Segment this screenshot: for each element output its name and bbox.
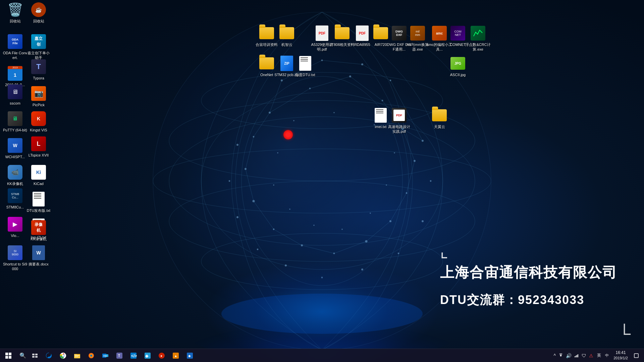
svg-rect-82 xyxy=(75,356,78,357)
desktop-icon-stm8cu[interactable]: STM8Cu... STM8Cu... xyxy=(2,188,29,210)
clock-time: 16:41 xyxy=(613,350,628,356)
sscom-icon: 🖥 xyxy=(7,84,23,100)
taskbar-clock[interactable]: 16:41 2019/1/2 xyxy=(611,350,630,361)
tray-network2[interactable] xyxy=(573,352,580,359)
shortcut-icon: SI9000 xyxy=(7,245,23,261)
ltspice-icon: L xyxy=(31,136,47,152)
taskbar-systray: ^ 🔊 🛡 ⚠ 英 中 16:41 2019/1/2 xyxy=(550,349,644,362)
svg-text:▲: ▲ xyxy=(174,354,177,358)
taskbar: 🔍 xyxy=(0,349,644,362)
desktop-icon-tianyun[interactable]: 天翼云 xyxy=(426,107,453,129)
kicad-icon: Ki xyxy=(31,164,47,180)
taskbar-teams[interactable]: T xyxy=(113,349,126,362)
taskbar-app-orange[interactable]: ▲ xyxy=(169,349,182,362)
desktop-icon-ascii-jpg[interactable]: JPG ASCII.jpg xyxy=(444,55,471,77)
svg-rect-105 xyxy=(634,354,638,358)
taskbar-search-button[interactable]: 🔍 xyxy=(17,349,29,362)
taskbar-vscode2[interactable]: ◈ xyxy=(141,349,154,362)
desktop-icon-putty[interactable]: 🖥 PuTTY (64-bit) xyxy=(2,111,29,133)
taskbar-app-blue[interactable]: ◆ xyxy=(183,349,197,362)
desktop-icons: 🗑️ 回收站 ODAFile ODA File Convert. 2019 1 … xyxy=(0,0,644,362)
dtu-txt-icon xyxy=(31,191,47,207)
svg-rect-77 xyxy=(35,356,38,358)
kingstvis-icon: K xyxy=(31,111,47,127)
desktop-icon-float-crc[interactable]: 浮点数&CRC计算.exe xyxy=(465,25,491,52)
svg-rect-75 xyxy=(35,354,38,355)
desktop-icon-easyeda[interactable]: 嘉立创 嘉立创下单小助手 xyxy=(25,34,52,61)
desktop-icon-kk2[interactable]: 录像机 KK录像机 xyxy=(25,220,52,242)
desktop-icon-baidu-dtu-txt[interactable]: 百度DTU.txt xyxy=(292,55,319,77)
taskbar-chrome[interactable] xyxy=(56,349,70,362)
svg-text:◆: ◆ xyxy=(188,354,191,358)
desktop-icon-vid[interactable]: ▶ Vlo... xyxy=(2,216,29,238)
desktop-icon-jizhi[interactable]: 机智云 xyxy=(273,25,300,47)
svg-rect-74 xyxy=(32,354,35,355)
taskbar-edge[interactable] xyxy=(42,349,56,362)
svg-point-85 xyxy=(90,355,92,357)
task-view-button[interactable] xyxy=(29,349,41,362)
svg-text:◈: ◈ xyxy=(145,354,149,358)
language-button[interactable]: 英 xyxy=(596,352,602,359)
desktop-icon-form-docx[interactable]: W 摘要表.docx xyxy=(25,245,52,267)
kk-icon: 📹 xyxy=(7,164,23,180)
sys-tray-icons: ^ 🔊 🛡 ⚠ xyxy=(553,352,595,359)
desktop-icon-kk-camera[interactable]: 📹 KK录像机 xyxy=(2,164,29,186)
desktop-icon-picpick[interactable]: 📷 PicPick xyxy=(25,85,52,108)
mqtt-icon: ☕ xyxy=(31,2,47,18)
svg-text:</>: </> xyxy=(131,354,137,358)
taskbar-vscode[interactable]: </> xyxy=(127,349,140,362)
taskbar-file-explorer[interactable] xyxy=(70,349,84,362)
desktop-icon-shortcut-si9000[interactable]: SI9000 Shortcut to Si9000 xyxy=(2,245,29,272)
svg-point-79 xyxy=(62,355,64,357)
svg-rect-102 xyxy=(576,356,576,357)
typora-icon: T xyxy=(31,59,47,75)
vid-icon: ▶ xyxy=(7,216,23,232)
desktop-icon-mqtt-spy[interactable]: ☕ 回收站 xyxy=(25,2,52,24)
svg-rect-104 xyxy=(578,354,578,357)
svg-rect-101 xyxy=(575,356,575,357)
taskbar-outlook[interactable]: Ou xyxy=(99,349,112,362)
desktop-icon-recycle-bin[interactable]: 🗑️ 回收站 xyxy=(2,2,29,24)
taskbar-firefox[interactable] xyxy=(85,349,98,362)
tray-network[interactable] xyxy=(557,352,564,359)
start-button[interactable] xyxy=(0,349,17,362)
tray-security[interactable]: 🛡 xyxy=(581,352,587,359)
taskbar-app-red[interactable]: ● xyxy=(155,349,168,362)
cursor-dot xyxy=(283,130,293,139)
svg-text:●: ● xyxy=(160,354,162,358)
desktop-icon-oda-convert[interactable]: ODAFile ODA File Convert. xyxy=(2,34,29,61)
kk2-icon: 录像机 xyxy=(31,220,47,236)
taskbar-apps: Ou T </> ◈ ● xyxy=(41,349,550,362)
oda-icon: ODAFile xyxy=(7,34,23,50)
tray-volume[interactable]: 🔊 xyxy=(565,352,573,359)
tray-chevron[interactable]: ^ xyxy=(553,352,557,359)
clock-date: 2019/1/2 xyxy=(613,356,628,361)
date-icon: 2019 1 xyxy=(7,65,23,81)
desktop-icon-kingstvis[interactable]: K Kingst VIS xyxy=(25,111,52,133)
docx-icon: W xyxy=(31,245,47,261)
stm8cu-icon: STM8Cu... xyxy=(7,188,23,204)
recycle-icon: 🗑️ xyxy=(7,2,23,18)
svg-text:T: T xyxy=(118,354,120,358)
wchi-icon: W xyxy=(7,137,23,154)
desktop-icon-typora[interactable]: T Typora xyxy=(25,59,52,81)
putty-icon: 🖥 xyxy=(7,111,23,127)
svg-rect-81 xyxy=(75,355,79,356)
notification-button[interactable] xyxy=(631,349,641,362)
tray-antivirus[interactable]: ⚠ xyxy=(588,352,594,359)
easyeda-icon: 嘉立创 xyxy=(31,34,47,50)
svg-rect-76 xyxy=(32,356,35,358)
input-mode-button[interactable]: 中 xyxy=(604,352,610,359)
desktop-icon-dtu-txt[interactable]: DTU发布版.txt xyxy=(25,191,52,213)
svg-rect-103 xyxy=(577,355,577,357)
desktop-icon-highspeed-pdf[interactable]: PDF 高速电路设计实践.pdf xyxy=(386,107,413,134)
desktop-icon-kicad[interactable]: Ki KiCad xyxy=(25,164,52,186)
desktop-icon-sscom[interactable]: 🖥 sscom xyxy=(2,84,29,106)
svg-text:Ou: Ou xyxy=(103,355,107,357)
picpick-icon: 📷 xyxy=(31,85,47,102)
desktop-icon-wchispt[interactable]: W WCHISPT... xyxy=(2,137,29,160)
desktop-icon-ltspice[interactable]: L LTspice XVII xyxy=(25,136,52,158)
windows-logo xyxy=(5,353,11,359)
